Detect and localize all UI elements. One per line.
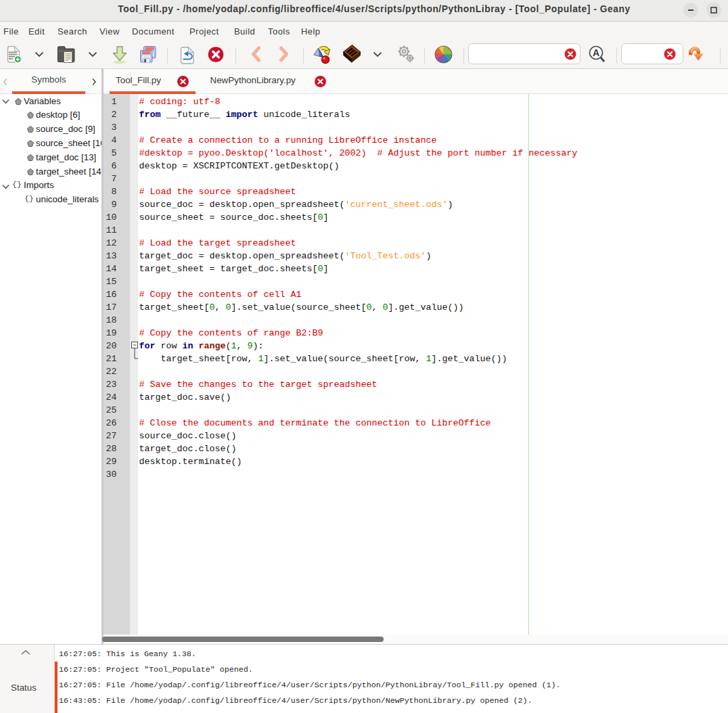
svg-text:A: A — [593, 47, 599, 58]
